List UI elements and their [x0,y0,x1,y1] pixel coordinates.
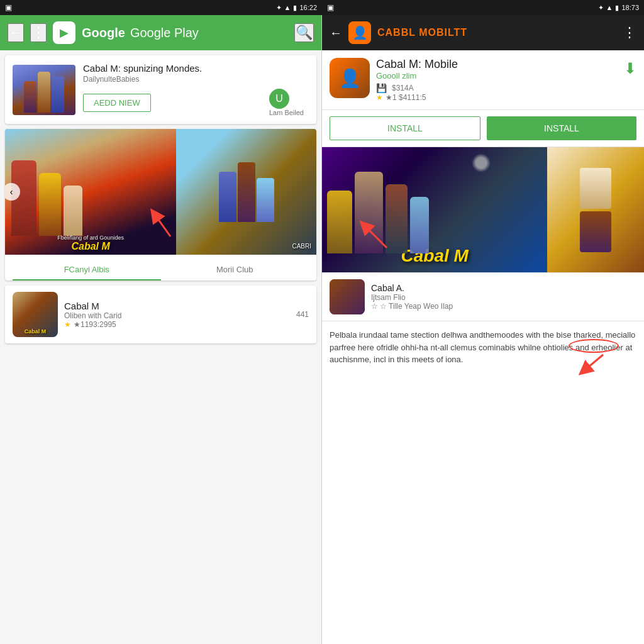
game-card: Cabal M Cabal M Oliben with Carid ★ ★119… [5,286,316,343]
related-star-icon: ☆ [371,302,378,311]
carousel-images: ‹ Fbeliflang of ard Gounides Cabal M [5,129,316,255]
menu-button-right[interactable]: ⋮ [623,25,636,41]
left-notification-icon: ▣ [5,3,12,12]
related-app-thumb [330,279,365,314]
install-button-filled[interactable]: INSTALL [487,116,636,140]
user-avatar: U [269,89,289,109]
back-button-right[interactable]: ← [330,26,342,40]
carousel-tabs: FCanyi Albis Morii Club [5,255,316,280]
app-rating: ★1 $4111:5 [386,93,426,102]
star-icon: ★ [64,320,71,329]
carousel-left-logo: Cabal M [5,241,176,252]
carousel-right-logo: CABRI [292,243,311,250]
tab-fcanyi-albis[interactable]: FCanyi Albis [13,260,161,280]
app-price: $314A [392,84,414,92]
right-panel: ← 👤 CABBL MOBILTT ⋮ 👤 Cabal M: Mobile Go… [322,15,644,644]
app-price-row: 💾 $314A [376,83,618,93]
right-status-bar: ▣ ✦ ▲ ▮ 18:73 [322,0,644,15]
app-star-icon: ★ [376,93,383,102]
game-subtitle: Oliben with Carid [64,311,290,320]
carousel-overlay-text: Fbeliflang of ard Gounides [5,235,176,241]
screenshot-main: Cabal M [322,147,547,272]
right-header: ← 👤 CABBL MOBILTT ⋮ [322,15,644,50]
left-panel: ← ⋮ ▶ Google Google Play 🔍 [0,15,322,644]
screenshot-side [547,147,644,272]
red-arrow-right [352,213,390,253]
right-signal-icon: ▲ [606,4,613,11]
google-play-icon: ▶ [53,21,75,44]
right-header-title: CABBL MOBILTT [377,27,616,38]
download-icon: ⬇ [624,58,636,78]
left-time: 16:22 [299,4,317,11]
featured-info: Cabal M: spunizing Mondes. DailynulteBab… [83,63,309,116]
app-developer[interactable]: Goooll zlim [376,71,618,80]
right-app-icon: 👤 [348,21,371,44]
related-app-rating: ☆ ☆ Tille Yeap Weo Ilap [371,302,636,311]
install-section: INSTALL INSTALL [322,110,644,147]
right-battery-icon: ▮ [615,4,619,12]
featured-subtitle: DailynulteBabies [83,75,309,84]
related-app-name: Cabal A. [371,283,636,293]
price-icon: 💾 [376,83,387,93]
left-status-bar: ▣ ✦ ▲ ▮ 16:22 [0,0,322,15]
svg-line-1 [155,214,170,236]
app-header-title: Google Google Play [82,26,288,40]
red-arrow-description [575,352,606,379]
install-button-outline[interactable]: INSTALL [330,116,480,140]
add-new-button[interactable]: AEDD NIEW [83,94,151,112]
tharked-annotation [569,339,619,353]
game-thumbnail: Cabal M [13,292,58,337]
carousel-image-left: Fbeliflang of ard Gounides Cabal M [5,129,176,255]
signal-icon: ▲ [284,4,291,11]
search-button-left[interactable]: 🔍 [294,23,314,42]
game-rating: ★ ★1193:2995 [64,320,290,329]
featured-actions: AEDD NIEW U Lam Beiled [83,89,309,116]
game-thumb-logo: Cabal M [25,328,47,335]
app-details: Cabal M: Mobile Goooll zlim 💾 $314A ★ ★1… [376,58,618,102]
app-rating-row: ★ ★1 $4111:5 [376,93,618,102]
featured-title: Cabal M: spunizing Mondes. [83,63,309,74]
svg-line-5 [584,355,603,370]
play-label: Google Play [130,26,199,40]
battery-icon: ▮ [293,4,297,12]
google-label: Google [82,26,125,40]
featured-image [13,65,75,115]
screenshot-section: Cabal M [322,147,644,273]
game-price: 441 [296,310,309,319]
right-notification-icon: ▣ [327,3,334,12]
carousel-image-right: CABRI [176,129,316,255]
left-status-icons: ✦ ▲ ▮ 16:22 [276,4,317,12]
svg-line-3 [365,226,387,248]
app-name: Cabal M: Mobile [376,58,618,71]
tab-morii-club[interactable]: Morii Club [161,260,309,280]
menu-button-left[interactable]: ⋮ [30,23,47,42]
back-button-left[interactable]: ← [8,23,24,42]
featured-card: Cabal M: spunizing Mondes. DailynulteBab… [5,55,316,124]
game-title: Cabal M [64,301,290,311]
game-info: Cabal M Oliben with Carid ★ ★1193:2995 [64,301,290,329]
bluetooth-icon: ✦ [276,4,282,12]
app-icon-large: 👤 [330,58,370,98]
lam-beiled-label: Lam Beiled [269,109,304,116]
related-app-card: Cabal A. Ijtsam Flio ☆ ☆ Tille Yeap Weo … [322,273,644,321]
right-time: 18:73 [621,4,639,11]
related-app-dev: Ijtsam Flio [371,293,636,302]
app-info-section: 👤 Cabal M: Mobile Goooll zlim 💾 $314A ★ … [322,50,644,110]
related-rating-text: ☆ Tille Yeap Weo Ilap [380,302,453,311]
right-status-icons: ✦ ▲ ▮ 18:73 [598,4,639,12]
carousel-section: ‹ Fbeliflang of ard Gounides Cabal M [5,129,316,280]
related-app-info: Cabal A. Ijtsam Flio ☆ ☆ Tille Yeap Weo … [371,283,636,311]
right-bluetooth-icon: ✦ [598,4,604,12]
game-rating-value: ★1193:2995 [74,320,116,329]
left-header: ← ⋮ ▶ Google Google Play 🔍 [0,15,321,50]
featured-image-content [13,65,75,115]
description-section: Pelbala irundaal tame stection delhwa an… [322,321,644,644]
